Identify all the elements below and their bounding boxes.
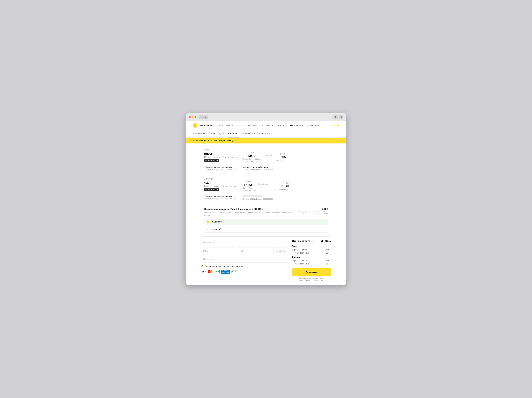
insurance-price-sub: за человекатуда и обратно: [315, 211, 328, 214]
sub-navigation: Авиабилеты Отели Туры Ж/д билеты Аренда …: [186, 130, 346, 138]
insurance-title: Страхование в поездке «Туда + Обратно» н…: [204, 208, 313, 210]
train-number-back: 147Г: [204, 181, 237, 185]
date-from-back: 4 ИЮЛ: [240, 181, 256, 183]
segment-back-header[interactable]: ОБРАТНО 147Г Казань — Москва Детали и ма…: [201, 176, 331, 193]
subnav-tours[interactable]: Туры: [219, 130, 224, 137]
main-nav: Банк Бизнес Касса Инвестиции Страхование…: [218, 124, 319, 127]
seat-detail-back: 16 вагон, Плацкарт, ЗЗ, ФПК, 1 б53 ₽ ©: [204, 198, 237, 200]
route-link-there[interactable]: Детали и маршрут: [223, 156, 240, 158]
amex-logo: AMERICANEXPRESS: [221, 270, 230, 274]
route-back: Казань — Москва: [204, 185, 220, 187]
insurance-no-option[interactable]: ● Нет, спасибо: [204, 226, 328, 233]
insurance-details-link[interactable]: Детали: [204, 214, 210, 216]
collapse-arrow-there[interactable]: ∧: [326, 149, 328, 151]
summary-there-title: Туда: [292, 245, 331, 247]
train-number-there: 082И: [204, 152, 240, 156]
duplicate-button[interactable]: ⧉: [339, 115, 343, 119]
nav-investments[interactable]: Инвестиции: [246, 124, 257, 127]
mastercard-logo: [208, 270, 212, 273]
checkbox-icon: ✓: [201, 265, 203, 267]
share-button[interactable]: ⬆: [334, 115, 338, 119]
nav-kassa[interactable]: Касса: [236, 124, 242, 127]
timer-banner: 12:18 По правилам РЖД резерв 15 минут: [186, 138, 346, 143]
save-card-checkbox[interactable]: ✓ Сохранить карту для будущих покупок: [201, 265, 288, 267]
cvc-input[interactable]: [273, 248, 288, 254]
segment-back: ОБРАТНО 147Г Казань — Москва Детали и ма…: [201, 176, 331, 202]
insurance-block: Страхование в поездке «Туда + Обратно» н…: [201, 205, 331, 237]
local-time-label-back: Время местное: [243, 189, 256, 191]
station-to-there: Казань Пасс: [276, 159, 286, 161]
year-input[interactable]: [237, 248, 272, 254]
subnav-train[interactable]: Ж/д билеты: [228, 130, 239, 137]
forward-button[interactable]: ›: [203, 115, 208, 119]
nav-insurance[interactable]: Страхование: [261, 124, 273, 127]
passenger-detail-there: 27 апр. 1969 г., Россия, 2018231695: [243, 168, 273, 170]
summary-total-value: 3 306 ₽: [321, 239, 331, 243]
card-name-input[interactable]: [201, 256, 288, 262]
subnav-hotels[interactable]: Отели: [209, 130, 215, 137]
subnav-where[interactable]: Куда лететь?: [259, 130, 272, 137]
logo-icon: T: [193, 123, 197, 128]
fullscreen-button[interactable]: [195, 116, 196, 118]
time-to-back: 05:40: [270, 184, 289, 188]
payment-form-area: ✓ Сохранить карту для будущих покупок VI…: [201, 239, 288, 282]
insurance-options: Да, добавить ● Нет, спасибо: [204, 219, 328, 233]
summary-adult-back: Взрослый билет 1 465 ₽: [292, 260, 331, 262]
date-from-there: 1 ИЮЛ: [242, 152, 261, 154]
nav-travel[interactable]: Путешествия: [290, 124, 303, 127]
save-card-label: Сохранить карту для будущих покупок: [205, 265, 242, 267]
time-to-there: 02:05: [276, 155, 286, 159]
time-from-back: 16:53: [240, 183, 256, 187]
logo-text: ТИНЬКОФФ: [198, 124, 213, 127]
segment-there: ТУДА 082И Москва — Уван-Удэ Детали и мар…: [201, 147, 331, 173]
nav-sim[interactable]: Сим-карта: [277, 124, 287, 127]
summary-bedding-there: Постельное бельё 187 ₽: [292, 252, 331, 254]
mir-logo: МИР: [214, 270, 220, 273]
insurance-yes-label: Да, добавить: [211, 220, 224, 223]
passenger-name-back: [243, 195, 263, 197]
station-from-back: Казань Пасс: [240, 187, 256, 189]
clock-icon-back: 🕐: [240, 189, 242, 191]
route-there: Москва — Уван-Удэ: [204, 156, 222, 158]
pci-logo: PCI DSS: [231, 270, 238, 273]
timer-value: 12:18: [193, 139, 198, 142]
summary-adult-there: Взрослый билет 1 465 ₽: [292, 249, 331, 251]
nav-bank[interactable]: Банк: [218, 124, 223, 127]
route-link-back[interactable]: Детали и маршрут: [221, 185, 238, 187]
close-button[interactable]: [189, 116, 191, 118]
insurance-yes-option[interactable]: Да, добавить: [204, 219, 328, 225]
collapse-arrow-back[interactable]: ∧: [326, 178, 328, 180]
pay-button[interactable]: Оплатить: [292, 268, 331, 276]
subnav-flights[interactable]: Авиабилеты: [193, 130, 205, 137]
visa-logo: VISA: [201, 270, 206, 273]
station-from-there: Москва, Казанский вкз: [242, 158, 261, 160]
nav-entertainment[interactable]: Развлечения: [307, 124, 319, 127]
duration-back: 12 ч 47 мин: [258, 183, 268, 185]
minimize-button[interactable]: [192, 116, 194, 118]
summary-bedding-back: Постельное бельё 187 ₽: [292, 263, 331, 265]
login-arrow-icon: ➜: [337, 124, 339, 127]
timer-message: По правилам РЖД резерв 15 минут: [199, 139, 234, 142]
segment-detail-back: 46 место, верхнее, с бельём 16 вагон, Пл…: [201, 193, 331, 202]
segment-there-header[interactable]: ТУДА 082И Москва — Уван-Удэ Детали и мар…: [201, 147, 331, 164]
insurance-no-label: Нет, спасибо: [210, 228, 222, 230]
login-button[interactable]: Войти ➜: [330, 124, 339, 127]
seat-back: 46 место, верхнее, с бельём: [204, 195, 237, 197]
date-to-there: 2 ИЮЛ: [276, 153, 286, 155]
insurance-yes-dot: [207, 220, 209, 223]
month-input[interactable]: [201, 248, 236, 254]
clock-icon-there: 🕐: [242, 160, 244, 162]
date-to-back: 5 ИЮЛ: [270, 182, 289, 184]
insurance-price: 200 ₽: [315, 208, 328, 210]
reg-badge-there: Эл. регистрация: [204, 159, 219, 162]
back-button[interactable]: ‹: [198, 115, 203, 119]
card-number-input[interactable]: [201, 239, 288, 246]
summary-chevron-icon[interactable]: ∧: [311, 240, 313, 242]
segment-detail-there: 46 место, верхнее, с бельём 22 вагон, Пл…: [201, 164, 331, 173]
summary-back-title: Обратно: [292, 256, 331, 258]
nav-business[interactable]: Бизнес: [226, 124, 233, 127]
top-navigation: T ТИНЬКОФФ Банк Бизнес Касса Инвестиции …: [186, 121, 346, 130]
subnav-car[interactable]: Аренда авто: [243, 130, 255, 137]
logo[interactable]: T ТИНЬКОФФ: [193, 123, 213, 128]
seat-detail-there: 22 вагон, Плацкарт, ЗЗ, ФПК, 1 б53 ₽ ©: [204, 168, 237, 171]
